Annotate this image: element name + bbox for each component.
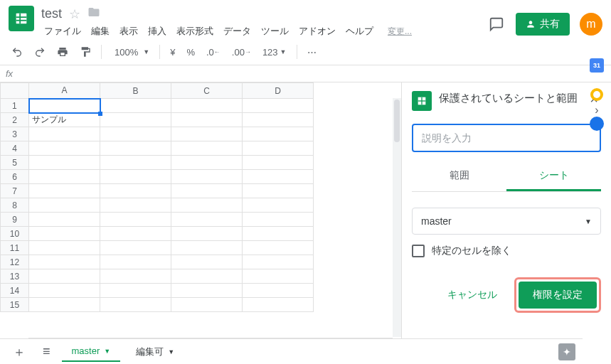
- sheet-tab-editable[interactable]: 編集可▼: [126, 341, 184, 363]
- cell[interactable]: [243, 156, 314, 170]
- cell[interactable]: [29, 284, 100, 298]
- row-14[interactable]: 14: [1, 284, 29, 298]
- cell[interactable]: [243, 241, 314, 255]
- grid[interactable]: A B C D 1 2サンプル 3 4 5 6 7 8 9 10 11 12 1…: [0, 82, 314, 312]
- row-7[interactable]: 7: [1, 184, 29, 198]
- cell[interactable]: [100, 227, 171, 241]
- cell[interactable]: [100, 184, 171, 198]
- cell[interactable]: [29, 184, 100, 198]
- cell[interactable]: [171, 255, 243, 269]
- all-sheets-icon[interactable]: ≡: [37, 341, 56, 362]
- cell[interactable]: [243, 141, 314, 156]
- row-1[interactable]: 1: [1, 99, 29, 113]
- cancel-button[interactable]: キャンセル: [439, 282, 506, 309]
- cell[interactable]: [243, 113, 314, 127]
- col-D[interactable]: D: [243, 83, 314, 99]
- cell[interactable]: [100, 141, 171, 156]
- cell[interactable]: [29, 227, 100, 241]
- cell[interactable]: [29, 241, 100, 255]
- keep-icon[interactable]: [590, 88, 603, 101]
- cell[interactable]: [171, 141, 243, 156]
- row-8[interactable]: 8: [1, 198, 29, 213]
- zoom-select[interactable]: 100%▼: [107, 44, 154, 60]
- cell[interactable]: [171, 298, 243, 312]
- row-15[interactable]: 15: [1, 298, 29, 312]
- menu-file[interactable]: ファイル: [41, 23, 84, 39]
- avatar[interactable]: m: [580, 13, 602, 36]
- cell[interactable]: [171, 99, 243, 113]
- explore-icon[interactable]: ✦: [558, 343, 575, 360]
- cell-A2[interactable]: サンプル: [29, 113, 100, 127]
- row-9[interactable]: 9: [1, 213, 29, 227]
- doc-title[interactable]: test: [41, 6, 62, 21]
- star-icon[interactable]: ☆: [69, 6, 80, 22]
- cell[interactable]: [171, 170, 243, 184]
- menu-edit[interactable]: 編集: [88, 23, 112, 39]
- tab-sheet[interactable]: シート: [506, 162, 601, 191]
- menu-addons[interactable]: アドオン: [296, 23, 339, 39]
- add-sheet-icon[interactable]: ＋: [7, 341, 31, 363]
- cell[interactable]: [100, 127, 171, 141]
- select-all-corner[interactable]: [1, 83, 29, 99]
- menu-tools[interactable]: ツール: [258, 23, 292, 39]
- selection-handle[interactable]: [98, 112, 102, 116]
- cell[interactable]: [29, 213, 100, 227]
- exclude-checkbox[interactable]: [412, 245, 425, 257]
- dec-more-btn[interactable]: .00→: [228, 44, 255, 60]
- row-13[interactable]: 13: [1, 269, 29, 284]
- sheets-logo[interactable]: [9, 6, 34, 31]
- cell[interactable]: [243, 298, 314, 312]
- cell[interactable]: [100, 213, 171, 227]
- menu-help[interactable]: ヘルプ: [343, 23, 376, 39]
- cell-A1[interactable]: [29, 99, 100, 113]
- menu-data[interactable]: データ: [221, 23, 254, 39]
- cell[interactable]: [243, 99, 314, 113]
- cell[interactable]: [171, 198, 243, 213]
- cell[interactable]: [100, 113, 171, 127]
- menu-view[interactable]: 表示: [117, 23, 141, 39]
- cell[interactable]: [100, 284, 171, 298]
- cell[interactable]: [29, 298, 100, 312]
- cell[interactable]: [171, 184, 243, 198]
- cell[interactable]: [100, 255, 171, 269]
- cell[interactable]: [243, 269, 314, 284]
- vertical-scrollbar[interactable]: [393, 98, 401, 337]
- cell[interactable]: [243, 255, 314, 269]
- col-A[interactable]: A: [29, 83, 100, 99]
- cell[interactable]: [171, 127, 243, 141]
- percent-btn[interactable]: %: [182, 44, 199, 60]
- cell[interactable]: [100, 99, 171, 113]
- cell[interactable]: [243, 198, 314, 213]
- undo-icon[interactable]: [7, 43, 27, 60]
- cell[interactable]: [171, 269, 243, 284]
- row-5[interactable]: 5: [1, 156, 29, 170]
- dec-less-btn[interactable]: .0←: [202, 44, 225, 60]
- changes-link[interactable]: 変更...: [385, 24, 415, 39]
- comment-icon[interactable]: [487, 15, 506, 33]
- sheet-tab-master[interactable]: master▼: [62, 341, 121, 362]
- cell[interactable]: [243, 170, 314, 184]
- cell[interactable]: [29, 127, 100, 141]
- row-3[interactable]: 3: [1, 127, 29, 141]
- print-icon[interactable]: [53, 43, 73, 60]
- cell[interactable]: [171, 284, 243, 298]
- cell[interactable]: [29, 156, 100, 170]
- cell[interactable]: [171, 241, 243, 255]
- rail-collapse-icon[interactable]: ›: [595, 104, 598, 117]
- cell[interactable]: [243, 284, 314, 298]
- cell[interactable]: [171, 113, 243, 127]
- row-12[interactable]: 12: [1, 255, 29, 269]
- cell[interactable]: [243, 227, 314, 241]
- row-10[interactable]: 10: [1, 227, 29, 241]
- calendar-icon[interactable]: 31: [590, 58, 604, 73]
- row-4[interactable]: 4: [1, 141, 29, 156]
- cell[interactable]: [243, 184, 314, 198]
- more-icon[interactable]: ⋯: [303, 44, 321, 60]
- cell[interactable]: [29, 269, 100, 284]
- row-11[interactable]: 11: [1, 241, 29, 255]
- paint-format-icon[interactable]: [75, 43, 95, 60]
- row-6[interactable]: 6: [1, 170, 29, 184]
- sheet-select[interactable]: master ▼: [412, 208, 601, 235]
- description-input[interactable]: [412, 124, 601, 152]
- col-C[interactable]: C: [171, 83, 243, 99]
